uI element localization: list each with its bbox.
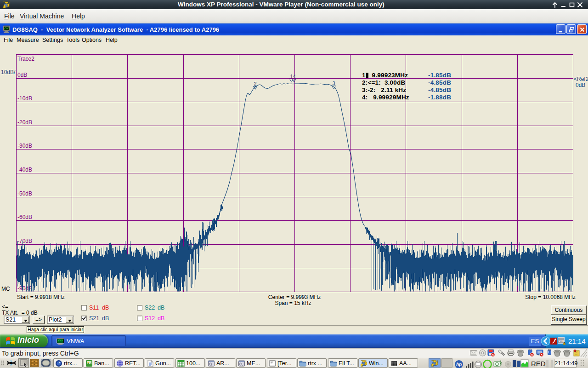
svg-text:-20dB: -20dB bbox=[17, 119, 32, 126]
svg-text:0dB: 0dB bbox=[576, 82, 585, 88]
svg-text:-70dB: -70dB bbox=[17, 238, 32, 244]
svg-text:Span = 15 kHz: Span = 15 kHz bbox=[275, 300, 311, 306]
svg-text:Center = 9.9993 MHz: Center = 9.9993 MHz bbox=[268, 294, 321, 300]
svg-text:10dB/: 10dB/ bbox=[1, 69, 16, 75]
svg-text:14: 14 bbox=[290, 74, 295, 79]
svg-text:2: 2 bbox=[254, 81, 256, 86]
svg-text:-60dB: -60dB bbox=[17, 214, 32, 220]
svg-text:MC: MC bbox=[1, 286, 10, 292]
svg-text:vm: vm bbox=[559, 339, 564, 343]
svg-text:0dB: 0dB bbox=[17, 72, 27, 78]
svg-text:3: 3 bbox=[332, 80, 335, 86]
svg-text:Trace2: Trace2 bbox=[17, 56, 34, 62]
svg-text:-40dB: -40dB bbox=[17, 167, 32, 173]
svg-text:Start = 9.9918 MHz: Start = 9.9918 MHz bbox=[17, 294, 65, 300]
svg-text:-10dB: -10dB bbox=[17, 95, 32, 102]
svg-text:Stop = 10.0068 MHz: Stop = 10.0068 MHz bbox=[525, 294, 576, 300]
svg-text:<Ref2: <Ref2 bbox=[574, 76, 588, 82]
svg-text:-50dB: -50dB bbox=[17, 190, 32, 197]
svg-text:hp: hp bbox=[456, 362, 462, 367]
svg-text:-30dB: -30dB bbox=[17, 143, 32, 149]
